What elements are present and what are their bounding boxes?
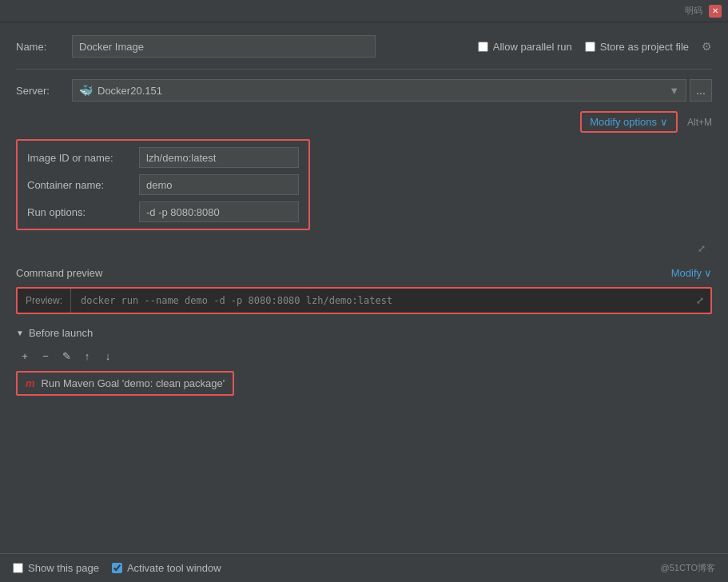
modify-options-arrow: ∨ bbox=[660, 116, 668, 128]
store-as-project-file-checkbox[interactable] bbox=[585, 42, 595, 52]
run-options-row: Run options: bbox=[27, 201, 299, 222]
image-id-input[interactable] bbox=[139, 147, 299, 168]
name-row: Name: Allow parallel run Store as projec… bbox=[16, 35, 712, 58]
name-label: Name: bbox=[16, 41, 72, 53]
allow-parallel-run-checkbox[interactable] bbox=[478, 42, 488, 52]
docker-icon: 🐳 bbox=[79, 84, 93, 97]
preview-text: docker run --name demo -d -p 8080:8080 l… bbox=[71, 289, 690, 313]
command-preview-header: Command preview Modify ∨ bbox=[16, 267, 712, 279]
activate-tool-window-label[interactable]: Activate tool window bbox=[112, 562, 221, 574]
title-bar-text: 明码 bbox=[685, 5, 702, 17]
move-down-launch-button[interactable]: ↓ bbox=[99, 347, 117, 365]
before-launch-toolbar: + − ✎ ↑ ↓ bbox=[16, 347, 712, 365]
container-name-input[interactable] bbox=[139, 174, 299, 195]
server-label: Server: bbox=[16, 85, 72, 97]
preview-box: Preview: docker run --name demo -d -p 80… bbox=[16, 287, 712, 314]
name-input[interactable] bbox=[72, 35, 376, 58]
close-button[interactable]: ✕ bbox=[709, 5, 722, 18]
modify-options-row: Modify options ∨ Alt+M bbox=[16, 111, 712, 133]
before-launch-title: Before launch bbox=[29, 327, 93, 339]
command-preview-title: Command preview bbox=[16, 267, 102, 279]
image-id-label: Image ID or name: bbox=[27, 152, 139, 164]
bottom-left: Show this page Activate tool window bbox=[13, 562, 221, 574]
divider-1 bbox=[16, 69, 712, 70]
gear-icon[interactable]: ⚙ bbox=[702, 40, 712, 53]
allow-parallel-run-label[interactable]: Allow parallel run bbox=[478, 41, 572, 53]
launch-item-text: Run Maven Goal 'demo: clean package' bbox=[42, 377, 225, 389]
bottom-bar: Show this page Activate tool window @51C… bbox=[0, 553, 728, 582]
command-preview-modify-label: Modify bbox=[671, 267, 702, 279]
server-value: Docker20.151 bbox=[97, 85, 162, 97]
before-launch-section: ▼ Before launch + − ✎ ↑ ↓ m Run Maven Go… bbox=[16, 327, 712, 396]
add-launch-button[interactable]: + bbox=[16, 347, 34, 365]
watermark: @51CTO博客 bbox=[661, 562, 715, 574]
more-button[interactable]: ... bbox=[690, 79, 712, 102]
modify-options-label: Modify options bbox=[590, 116, 657, 128]
dropdown-arrow-icon: ▼ bbox=[669, 85, 679, 97]
allow-parallel-run-text: Allow parallel run bbox=[493, 41, 572, 53]
modify-options-button[interactable]: Modify options ∨ bbox=[580, 111, 678, 133]
preview-label: Preview: bbox=[18, 289, 71, 313]
title-bar: 明码 ✕ bbox=[0, 0, 728, 22]
show-this-page-text: Show this page bbox=[28, 562, 99, 574]
container-name-label: Container name: bbox=[27, 179, 139, 191]
run-options-input[interactable] bbox=[139, 201, 299, 222]
activate-tool-window-text: Activate tool window bbox=[127, 562, 221, 574]
collapse-arrow-icon[interactable]: ▼ bbox=[16, 329, 24, 337]
remove-launch-button[interactable]: − bbox=[37, 347, 54, 365]
run-options-expand-icon[interactable]: ⤢ bbox=[691, 237, 712, 261]
edit-launch-button[interactable]: ✎ bbox=[58, 347, 75, 365]
name-row-options: Allow parallel run Store as project file… bbox=[478, 40, 712, 53]
store-as-project-file-label[interactable]: Store as project file bbox=[585, 41, 689, 53]
run-options-label: Run options: bbox=[27, 206, 139, 218]
launch-item[interactable]: m Run Maven Goal 'demo: clean package' bbox=[16, 371, 234, 396]
show-this-page-checkbox[interactable] bbox=[13, 563, 23, 573]
preview-expand-icon[interactable]: ⤢ bbox=[690, 289, 710, 313]
maven-icon: m bbox=[26, 377, 35, 389]
command-preview-modify-link[interactable]: Modify ∨ bbox=[671, 267, 712, 279]
server-dropdown[interactable]: 🐳 Docker20.151 ▼ bbox=[72, 79, 686, 102]
before-launch-header: ▼ Before launch bbox=[16, 327, 712, 339]
server-dropdown-left: 🐳 Docker20.151 bbox=[79, 84, 162, 97]
server-row: Server: 🐳 Docker20.151 ▼ ... bbox=[16, 79, 712, 102]
container-name-row: Container name: bbox=[27, 174, 299, 195]
modify-options-shortcut: Alt+M bbox=[687, 117, 712, 128]
image-id-row: Image ID or name: bbox=[27, 147, 299, 168]
command-preview-section: Command preview Modify ∨ Preview: docker… bbox=[16, 267, 712, 314]
show-this-page-label[interactable]: Show this page bbox=[13, 562, 99, 574]
store-as-project-file-text: Store as project file bbox=[600, 41, 689, 53]
command-preview-modify-arrow: ∨ bbox=[704, 267, 712, 279]
main-content: Name: Allow parallel run Store as projec… bbox=[0, 22, 728, 413]
fields-box: Image ID or name: Container name: Run op… bbox=[16, 139, 310, 230]
activate-tool-window-checkbox[interactable] bbox=[112, 563, 122, 573]
move-up-launch-button[interactable]: ↑ bbox=[78, 347, 96, 365]
